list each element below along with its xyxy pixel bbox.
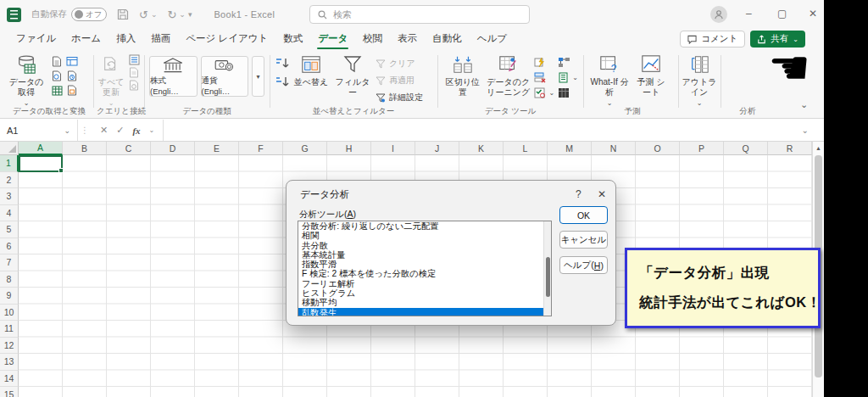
existing-connections-icon[interactable] — [52, 86, 63, 96]
cancel-button[interactable]: キャンセル — [559, 231, 608, 249]
redo-icon[interactable]: ↻ — [167, 8, 176, 21]
currency-button[interactable]: 通貨 (Engli… — [201, 56, 249, 97]
outline-button[interactable]: アウトラ イン ⌄ — [682, 54, 717, 107]
ok-button[interactable]: OK — [559, 206, 608, 224]
advanced-filter-button[interactable]: 詳細設定 — [376, 92, 423, 103]
list-item[interactable]: 指数平滑 — [298, 260, 551, 269]
tab-draw[interactable]: 描画 — [143, 29, 178, 50]
analysis-tools-listbox[interactable]: 分散分析: 繰り返しのない二元配置 相関 共分散 基本統計量 指数平滑 F 検定… — [298, 221, 552, 316]
undo-icon[interactable]: ↺ — [139, 8, 148, 21]
sort-ascending-icon[interactable] — [275, 57, 289, 70]
enter-entry-icon[interactable]: ✓ — [116, 125, 124, 136]
name-box[interactable]: A1 ⌄ — [0, 120, 78, 141]
insert-function-icon[interactable]: fx — [132, 126, 140, 136]
row-header-15[interactable]: 15 — [0, 387, 19, 397]
column-header-J[interactable]: J — [415, 142, 459, 155]
data-model-org-button[interactable]: ⌄ — [558, 72, 578, 83]
recent-sources-icon[interactable] — [67, 70, 77, 81]
list-item-selected[interactable]: 乱数発生 — [298, 308, 551, 316]
list-item[interactable]: ヒストグラム — [298, 288, 551, 298]
formula-bar-expand-icon[interactable]: ⌄ — [802, 126, 809, 135]
from-text-file-icon[interactable] — [52, 56, 62, 67]
sort-button[interactable]: 並べ替え — [292, 54, 330, 87]
column-header-K[interactable]: K — [459, 142, 504, 155]
filter-button[interactable]: フィルター — [333, 54, 372, 97]
maximize-button[interactable]: ▢ — [777, 8, 787, 20]
row-header-11[interactable]: 11 — [0, 321, 19, 338]
account-avatar[interactable] — [710, 6, 727, 23]
column-header-M[interactable]: M — [548, 142, 592, 155]
list-item[interactable]: 共分散 — [298, 241, 551, 250]
row-header-13[interactable]: 13 — [0, 354, 19, 371]
stocks-button[interactable]: 株式 (Engli… — [149, 56, 198, 97]
from-table-range-icon[interactable] — [52, 70, 62, 81]
dialog-help-icon[interactable]: ? — [576, 188, 581, 200]
tab-home[interactable]: ホーム — [64, 29, 108, 50]
row-header-8[interactable]: 8 — [0, 271, 19, 288]
list-scrollbar[interactable] — [543, 221, 551, 316]
list-scrollbar-thumb[interactable] — [546, 257, 550, 297]
row-header-7[interactable]: 7 — [0, 254, 19, 271]
tab-help[interactable]: ヘルプ — [470, 29, 515, 50]
row-header-5[interactable]: 5 — [0, 221, 19, 238]
row-header-9[interactable]: 9 — [0, 288, 19, 305]
list-item[interactable]: 相関 — [298, 231, 551, 240]
help-button[interactable]: ヘルプ(H) — [559, 256, 608, 274]
tab-file[interactable]: ファイル — [8, 29, 64, 50]
formula-input[interactable] — [164, 120, 824, 141]
column-header-H[interactable]: H — [327, 142, 371, 155]
column-header-I[interactable]: I — [371, 142, 415, 155]
whatif-analysis-button[interactable]: ? What-If 分析 ⌄ — [588, 54, 631, 107]
list-item[interactable]: 移動平均 — [298, 298, 551, 307]
column-header-B[interactable]: B — [63, 142, 107, 155]
row-header-10[interactable]: 10 — [0, 305, 19, 322]
column-header-R[interactable]: R — [768, 142, 812, 155]
sort-descending-icon[interactable] — [275, 75, 289, 88]
select-all-corner[interactable] — [0, 142, 19, 155]
column-header-L[interactable]: L — [504, 142, 548, 155]
cancel-entry-icon[interactable]: ✕ — [100, 125, 108, 136]
column-header-P[interactable]: P — [680, 142, 724, 155]
relationships-icon[interactable] — [558, 57, 578, 68]
column-header-F[interactable]: F — [239, 142, 283, 155]
column-header-Q[interactable]: Q — [724, 142, 768, 155]
forecast-sheet-button[interactable]: 予測 シート — [634, 54, 668, 97]
list-item[interactable]: フーリエ解析 — [298, 279, 551, 288]
quick-access-caret-icon[interactable]: ▾ — [188, 10, 192, 19]
column-header-E[interactable]: E — [195, 142, 239, 155]
comments-button[interactable]: コメント — [680, 31, 745, 48]
scroll-up-icon[interactable]: ▲ — [813, 142, 824, 154]
row-header-3[interactable]: 3 — [0, 188, 19, 205]
column-header-G[interactable]: G — [283, 142, 327, 155]
column-header-A[interactable]: A — [19, 142, 63, 155]
manage-data-model-icon[interactable] — [558, 87, 578, 98]
from-web-icon[interactable] — [66, 56, 79, 67]
tab-page-layout[interactable]: ページ レイアウト — [178, 29, 275, 50]
save-icon[interactable] — [117, 8, 129, 20]
row-header-14[interactable]: 14 — [0, 371, 19, 388]
namebox-splitter[interactable]: ⋮ — [78, 126, 92, 135]
list-item[interactable]: 分散分析: 繰り返しのない二元配置 — [298, 221, 551, 231]
column-header-N[interactable]: N — [592, 142, 636, 155]
tab-data[interactable]: データ — [310, 29, 355, 50]
tab-formulas[interactable]: 数式 — [275, 29, 310, 50]
collapse-ribbon-icon[interactable]: ⌄ — [800, 99, 808, 110]
close-button[interactable]: ✕ — [809, 8, 817, 20]
data-types-gallery-button[interactable]: ▾ — [252, 56, 264, 97]
tab-review[interactable]: 校閲 — [355, 29, 390, 50]
list-item[interactable]: 基本統計量 — [298, 250, 551, 260]
properties-icon[interactable] — [129, 54, 140, 65]
data-validation-button[interactable]: ⌄ — [534, 87, 555, 98]
column-header-D[interactable]: D — [151, 142, 195, 155]
column-header-C[interactable]: C — [107, 142, 151, 155]
minimize-button[interactable]: – — [746, 8, 752, 20]
selected-cell-A1[interactable] — [19, 155, 63, 172]
tab-automate[interactable]: 自動化 — [425, 29, 470, 50]
text-to-columns-button[interactable]: 区切り位置 — [442, 54, 483, 97]
from-picture-icon[interactable] — [67, 85, 77, 96]
autosave-toggle[interactable]: 自動保存 オフ — [31, 8, 107, 21]
flash-fill-icon[interactable] — [534, 57, 555, 68]
autosave-pill[interactable]: オフ — [71, 8, 107, 21]
tab-view[interactable]: 表示 — [390, 29, 425, 50]
row-header-2[interactable]: 2 — [0, 172, 19, 189]
